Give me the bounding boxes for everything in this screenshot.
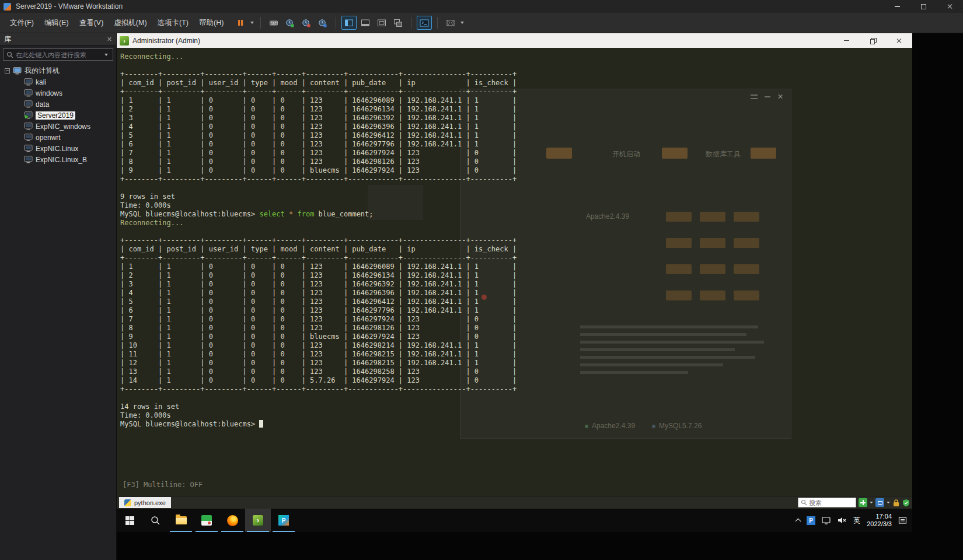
- library-search-box: [3, 48, 113, 61]
- new-console-button[interactable]: [859, 498, 867, 507]
- menu-item-3[interactable]: 虚拟机(M): [109, 15, 152, 31]
- start-button[interactable]: [117, 509, 142, 532]
- ghost-status-dot: [585, 425, 588, 428]
- display-icon[interactable]: [822, 517, 831, 524]
- window-title: Server2019 - VMware Workstation: [16, 2, 123, 10]
- toolbar-separator: [260, 17, 261, 29]
- terminal-line: Time: 0.000s: [120, 411, 517, 420]
- unity-view-button[interactable]: [390, 16, 406, 30]
- vm-icon: [24, 156, 33, 163]
- lock-icon[interactable]: [892, 499, 900, 507]
- ghost-status-dot: [652, 425, 655, 428]
- library-search-input[interactable]: [16, 51, 100, 58]
- menu-item-4[interactable]: 选项卡(T): [152, 15, 194, 31]
- terminal-line: Time: 0.000s: [120, 201, 517, 210]
- vm-list-item-expnic-linux-b[interactable]: ExpNIC.Linux_B: [0, 154, 116, 165]
- maximize-button[interactable]: [910, 0, 937, 13]
- console-list-caret[interactable]: [887, 502, 890, 503]
- terminal-line: | 11 | 1 | 0 | 0 | 0 | 123 | 1646298215 …: [120, 350, 517, 359]
- fullscreen-options-caret[interactable]: [460, 22, 464, 24]
- console-restore-button[interactable]: [860, 33, 886, 48]
- take-snapshot-button[interactable]: [282, 16, 298, 30]
- terminal-line: | 4 | 1 | 0 | 0 | 0 | 123 | 1646296396 |…: [120, 123, 517, 131]
- terminal-line: +--------+---------+---------+------+---…: [120, 70, 517, 79]
- console-search-box: [798, 498, 856, 508]
- terminal-line: +--------+---------+---------+------+---…: [120, 236, 517, 245]
- ghost-button: [662, 148, 688, 159]
- ghost-log-bar: [580, 371, 688, 374]
- fullscreen-button[interactable]: [443, 16, 458, 30]
- close-button[interactable]: [937, 0, 963, 13]
- suspend-vm-button[interactable]: [233, 16, 248, 30]
- taskbar-firefox[interactable]: [219, 509, 245, 532]
- revert-clock-icon: [302, 19, 311, 27]
- show-library-button[interactable]: [341, 16, 357, 30]
- collapse-toggle-icon[interactable]: [5, 68, 10, 74]
- folder-icon: [176, 516, 187, 524]
- terminal-line: +--------+---------+---------+------+---…: [120, 175, 517, 184]
- terminal-line: [120, 184, 517, 192]
- search-filter-caret[interactable]: [104, 54, 108, 56]
- ghost-button: [666, 212, 692, 222]
- vm-list-item-data[interactable]: data: [0, 99, 116, 110]
- vm-list-item-expnic-windows[interactable]: ExpNIC_windows: [0, 121, 116, 132]
- tray-pycharm-icon[interactable]: P: [807, 516, 815, 525]
- menu-item-2[interactable]: 查看(V): [74, 15, 109, 31]
- console-view-button[interactable]: [374, 16, 389, 30]
- console-tabbar: python.exe: [117, 496, 912, 509]
- taskbar-clock[interactable]: 17:04 2022/3/3: [867, 513, 892, 528]
- manage-snapshots-button[interactable]: [315, 16, 330, 30]
- vm-label: windows: [36, 89, 62, 97]
- terminal-icon: [420, 19, 429, 27]
- terminal-line: | 8 | 1 | 0 | 0 | 0 | 123 | 1646298126 |…: [120, 324, 517, 332]
- library-panel-icon: [344, 19, 354, 27]
- action-center-icon[interactable]: [898, 516, 907, 524]
- console-list-button[interactable]: [875, 498, 884, 507]
- menu-item-0[interactable]: 文件(F): [5, 15, 39, 31]
- vm-label: data: [36, 100, 49, 108]
- vm-list-item-server2019[interactable]: Server2019: [0, 110, 116, 121]
- hidden-icons-chevron[interactable]: [795, 519, 801, 524]
- taskbar-file-explorer[interactable]: [168, 509, 194, 532]
- vm-list-item-expnic-linux[interactable]: ExpNIC.Linux: [0, 143, 116, 154]
- taskbar-conemu[interactable]: ›: [245, 509, 271, 532]
- vmware-toolbar: [232, 16, 466, 30]
- close-icon: [896, 38, 902, 44]
- vm-list-item-kali[interactable]: kali: [0, 76, 116, 88]
- menu-item-1[interactable]: 编辑(E): [39, 15, 74, 31]
- ime-indicator[interactable]: 英: [853, 516, 860, 526]
- ghost-status-text: MySQL5.7.26: [659, 422, 702, 430]
- enter-console-button[interactable]: [417, 16, 432, 30]
- menu-items: 文件(F)编辑(E)查看(V)虚拟机(M)选项卡(T)帮助(H): [5, 15, 229, 31]
- vm-screen[interactable]: › Administrator (Admin): [117, 33, 912, 532]
- close-library-button[interactable]: [107, 37, 112, 41]
- admin-shield-icon[interactable]: [902, 499, 910, 507]
- revert-snapshot-button[interactable]: [299, 16, 314, 30]
- volume-muted-icon[interactable]: [837, 516, 847, 524]
- console-tab-python[interactable]: python.exe: [119, 497, 171, 508]
- taskbar-xshell[interactable]: [194, 509, 219, 532]
- ghost-log-bar: [580, 326, 758, 328]
- tree-root-my-computer[interactable]: 我的计算机: [0, 65, 116, 76]
- search-icon: [801, 499, 807, 506]
- show-thumbnail-bar-button[interactable]: [358, 16, 373, 30]
- send-ctrl-alt-del-button[interactable]: [266, 16, 281, 30]
- vm-list-item-openwrt[interactable]: openwrt: [0, 132, 116, 143]
- menu-item-5[interactable]: 帮助(H): [194, 15, 229, 31]
- new-console-caret[interactable]: [870, 502, 873, 503]
- taskbar-search-button[interactable]: [142, 509, 168, 532]
- terminal-line: | 5 | 1 | 0 | 0 | 0 | 123 | 1646296412 |…: [120, 298, 517, 306]
- vm-list-item-windows[interactable]: windows: [0, 88, 116, 99]
- ghost-button: [700, 290, 725, 300]
- taskbar-pycharm[interactable]: P: [271, 509, 296, 532]
- power-options-caret[interactable]: [250, 22, 254, 24]
- unity-icon: [393, 19, 403, 27]
- console-search-input[interactable]: [809, 499, 853, 506]
- ghost-log-bar: [580, 363, 723, 366]
- vmware-main-area: 库 我的计算机 kaliwindowsdataServer2019ExpNIC_…: [0, 33, 963, 560]
- terminal[interactable]: 开机启动 数据库工具 Apache2.4.39 Apache2.4.39 MyS…: [117, 48, 912, 496]
- ghost-log-bar: [580, 356, 755, 359]
- console-close-button[interactable]: [886, 33, 912, 48]
- minimize-button[interactable]: [884, 0, 910, 13]
- console-minimize-button[interactable]: [833, 33, 860, 48]
